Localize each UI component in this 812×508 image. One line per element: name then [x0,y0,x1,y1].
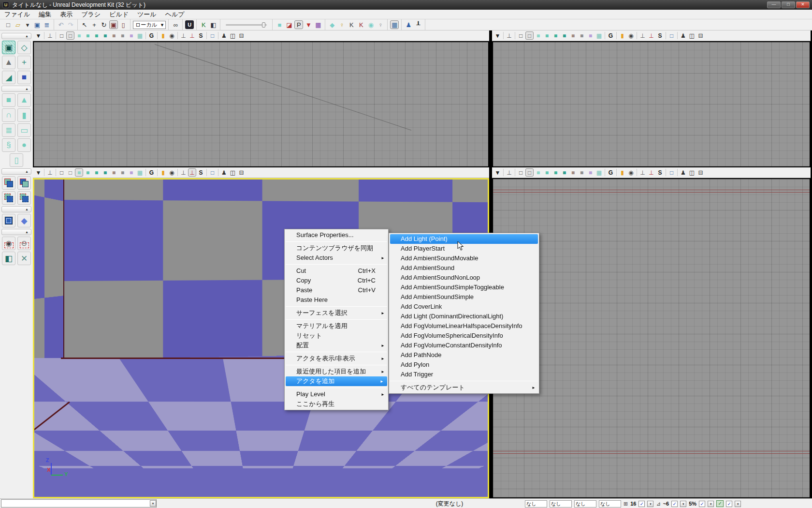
shader-complexity-view-icon[interactable]: ■ [578,168,586,177]
brush-wireframe-view-icon[interactable]: □ [66,31,74,40]
section-header-modes[interactable]: ▲ [1,33,31,39]
camera-fast-icon[interactable]: ⊥ [188,31,196,40]
game-view-icon[interactable]: G [607,168,615,177]
unlit-view-icon[interactable]: ■ [84,31,92,40]
deselect-all-button[interactable]: ✕ [17,252,31,265]
brush-wireframe-view-icon[interactable]: □ [525,31,534,40]
level-lock-icon[interactable]: ▮ [159,168,167,177]
lit-view-icon[interactable]: ■ [75,168,83,177]
menu-item-item[interactable]: アクタを追加► [286,376,387,386]
menubar-item-4[interactable]: ビルド [105,10,133,19]
ortho-view-bottom-right[interactable] [492,178,811,498]
autosave-dropdown[interactable]: ▾ [735,501,741,507]
menu-item-add-ambientsoundsimpletoggleable[interactable]: Add AmbientSoundSimpleToggleable [389,283,539,292]
play-in-viewport-icon[interactable]: ♟ [679,168,687,177]
ortho-view-top-left[interactable] [33,41,489,167]
scale-grid-dropdown[interactable]: ▾ [708,501,714,507]
kismet-icon[interactable]: K [199,20,208,29]
section-header-csg[interactable]: ▲ [1,168,31,175]
realtime-eye-icon[interactable]: ◉ [168,31,176,40]
spiral-staircase-brush-button[interactable]: § [2,138,15,152]
texture-align-mode-button[interactable]: + [17,56,31,69]
translate-tool-icon[interactable]: + [90,20,99,29]
scale-nonuniform-tool-icon[interactable]: ▯ [119,20,128,29]
lighting-only-view-icon[interactable]: ■ [560,168,568,177]
save-icon[interactable]: ▣ [33,20,42,29]
joystick-icon[interactable]: ⊥ [46,31,54,40]
menu-item-copy[interactable]: CopyCtrl+C [285,276,388,285]
game-view-icon[interactable]: G [607,31,615,40]
curved-staircase-brush-button[interactable]: ∩ [2,108,15,122]
split-horizontal-icon[interactable]: ◫ [229,31,237,40]
wireframe-view-icon[interactable]: □ [517,31,525,40]
csg-subtract-button[interactable] [17,176,31,190]
unlit-view-icon[interactable]: ■ [543,31,551,40]
joystick-icon[interactable]: ⊥ [46,168,54,177]
drag-grid-checkbox[interactable]: ✓ [638,501,645,507]
detail-lighting-view-icon[interactable]: ■ [92,168,101,177]
squint-icon[interactable]: S [197,168,205,177]
menu-item-item[interactable]: リセット [285,331,388,341]
texture-density-view-icon[interactable]: ■ [586,31,594,40]
cylinder-brush-button[interactable]: ▮ [17,108,31,122]
camera-slow-icon[interactable]: ⊥ [638,31,647,40]
menu-item-add-pylon[interactable]: Add Pylon [389,360,539,370]
build-grid-icon[interactable]: ▦ [390,20,399,29]
viewport-maximize-arrow-icon[interactable]: ▼ [34,168,43,177]
detail-lighting-view-icon[interactable]: ■ [92,31,101,40]
content-browser-icon[interactable]: U [185,20,194,29]
menu-item-item[interactable]: マテリアルを適用 [285,321,388,331]
split-vertical-icon[interactable]: ⊟ [237,168,246,177]
texture-density-view-icon[interactable]: ■ [127,31,135,40]
joystick-icon[interactable]: ⊥ [505,168,513,177]
viewport-top-left[interactable]: ▼⊥□□■■■■■■■▦G▮◉⊥⊥S□♟◫⊟ [33,30,489,167]
light-complexity-view-icon[interactable]: ■ [569,168,577,177]
undo-icon[interactable]: ↶ [57,20,65,29]
menu-item-add-coverlink[interactable]: Add CoverLink [389,302,539,312]
menu-item-add-fogvolumesphericaldensityinfo[interactable]: Add FogVolumeSphericalDensityInfo [389,331,539,341]
menu-item-add-ambientsoundnonloop[interactable]: Add AmbientSoundNonLoop [389,273,539,283]
play-in-editor-icon[interactable]: ♟ [404,20,413,29]
show-selected-button[interactable]: ◉ [2,237,15,250]
menu-item-item[interactable]: すべてのテンプレート► [389,383,539,392]
camera-fast-icon[interactable]: ⊥ [647,168,655,177]
brush-polys-icon[interactable]: ■ [275,20,284,29]
new-file-icon[interactable]: □ [4,20,13,29]
shader-complexity-view-icon[interactable]: ■ [118,31,127,40]
selection-info-field-2[interactable]: なし [550,500,572,508]
menubar-item-6[interactable]: ヘルプ [161,10,189,19]
menu-item-add-fogvolumelinearhalfspacedensityinfo[interactable]: Add FogVolumeLinearHalfspaceDensityInfo [389,321,539,331]
maximize-viewport-icon[interactable]: □ [667,31,676,40]
kismet-node-icon[interactable]: K [347,20,356,29]
unlit-view-icon[interactable]: ■ [84,168,92,177]
menu-item-add-pathnode[interactable]: Add PathNode [389,350,539,360]
sheet-brush-button[interactable]: ▭ [17,123,31,137]
menu-item-add-ambientsound[interactable]: Add AmbientSound [389,263,539,273]
play-in-viewport-icon[interactable]: ♟ [220,31,228,40]
minimize-button[interactable]: — [767,1,781,8]
menu-item-item[interactable]: サーフェスを選択► [285,308,388,318]
actor-class-combo[interactable]: ▾ [1,499,157,508]
save-all-icon[interactable]: ≣ [43,20,51,29]
lightmap-density-view-icon[interactable]: ▦ [136,168,144,177]
unlit-view-icon[interactable]: ■ [543,168,551,177]
csg-deintersect-button[interactable] [17,191,31,205]
light-complexity-view-icon[interactable]: ■ [110,31,118,40]
viewport-maximize-arrow-icon[interactable]: ▼ [493,168,502,177]
lit-view-icon[interactable]: ■ [75,31,83,40]
play-in-viewport-icon[interactable]: ♟ [220,168,228,177]
menu-item-item[interactable]: 最近使用した項目を追加► [285,367,388,376]
maximize-button[interactable]: □ [782,1,795,8]
geometry-edit-mode-button[interactable]: ◢ [2,71,15,84]
brush-wireframe-view-icon[interactable]: □ [525,168,534,177]
split-vertical-icon[interactable]: ⊟ [696,31,705,40]
open-dropdown-icon[interactable]: ▾ [23,20,32,29]
camera-mode-button[interactable]: ▣ [2,41,15,54]
viewport-bottom-right[interactable]: ▼⊥□□■■■■■■■▦G▮◉⊥⊥S□♟◫⊟ [492,167,811,498]
matinee-icon[interactable]: ◧ [209,20,218,29]
texture-density-view-icon[interactable]: ■ [127,168,135,177]
drag-grid-dropdown[interactable]: ▾ [647,501,653,507]
play-in-viewport-icon[interactable]: ♟ [679,31,687,40]
menu-item-cut[interactable]: CutCtrl+X [285,266,388,276]
volume-icon[interactable]: ◆ [328,20,336,29]
